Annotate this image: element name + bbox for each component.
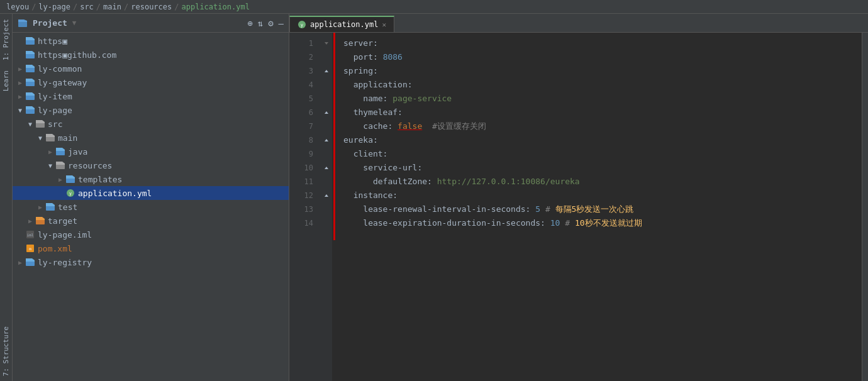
arrow-iml: [15, 229, 25, 240]
code-line-6: thymeleaf:: [338, 106, 862, 119]
folder-icon-ly-item: [25, 91, 35, 101]
code-key: name:: [343, 92, 392, 106]
tree-item-ly-page[interactable]: ▼ ly-page: [13, 103, 289, 117]
code-key: application:: [343, 78, 413, 92]
line-num-4: 4: [289, 78, 321, 92]
arrow-https2: [15, 50, 25, 60]
line-num-8: 8: [289, 133, 321, 147]
tab-yml-icon: y: [298, 20, 306, 29]
arrow-ly-common: ▶: [15, 64, 25, 74]
arrow-ly-gateway: ▶: [15, 77, 25, 87]
tree-item-ly-gateway[interactable]: ▶ ly-gateway: [13, 75, 289, 89]
breadcrumb-sep: /: [31, 3, 36, 11]
fold-6[interactable]: [321, 106, 332, 119]
folder-icon: [18, 18, 28, 28]
tree-label-ly-gateway: ly-gateway: [38, 78, 87, 87]
breadcrumb-item[interactable]: resources: [131, 3, 172, 11]
line-num-2: 2: [289, 50, 321, 64]
tree-item-java[interactable]: ▶ java: [13, 145, 289, 158]
code-area[interactable]: server: port: 8086 spring: application:: [332, 33, 862, 381]
arrow-java: ▶: [45, 146, 55, 157]
code-line-10: service-url:: [338, 161, 862, 175]
tab-close-button[interactable]: ✕: [382, 21, 386, 29]
fold-8[interactable]: [321, 133, 332, 147]
breadcrumb-item[interactable]: src: [80, 3, 94, 11]
tree-item-application-yml[interactable]: y application.yml: [13, 186, 289, 200]
arrow-application-yml: [55, 188, 65, 198]
arrow-https1: [15, 36, 25, 46]
svg-text:y: y: [69, 191, 72, 196]
editor-content: 1 2 3 4 5 6 7 8 9 10 11 12 13 14: [289, 33, 868, 381]
tree-item-resources[interactable]: ▼ resources: [13, 158, 289, 172]
panel-icon-gear[interactable]: ⚙: [268, 18, 273, 28]
tree-item-main[interactable]: ▼ main: [13, 131, 289, 145]
tree-item-ly-item[interactable]: ▶ ly-item: [13, 89, 289, 103]
line-num-6: 6: [289, 106, 321, 119]
tree-item-ly-registry[interactable]: ▶ ly-registry: [13, 255, 289, 269]
fold-7: [321, 119, 332, 133]
tree-label-target: target: [48, 216, 77, 226]
code-comment: #: [540, 202, 555, 216]
editor-scrollbar[interactable]: [862, 33, 868, 381]
tree-label-src: src: [48, 119, 62, 129]
sidebar-tab-project[interactable]: 1: Project: [0, 14, 12, 65]
svg-marker-25: [325, 111, 328, 114]
fold-9: [321, 147, 332, 161]
svg-marker-24: [325, 70, 328, 72]
svg-marker-27: [325, 167, 328, 169]
folder-icon-src: [35, 119, 45, 129]
tree-label-https2: https▣github.com: [38, 50, 116, 60]
panel-icon-minimize[interactable]: —: [279, 18, 284, 28]
code-val: 8086: [383, 50, 403, 64]
tree-item-target[interactable]: ▶ target: [13, 214, 289, 228]
fold-3[interactable]: [321, 64, 332, 78]
arrow-main: ▼: [35, 133, 45, 143]
code-line-1: server:: [338, 36, 862, 50]
sidebar-tab-structure[interactable]: 7: Structure: [0, 321, 12, 381]
tree-item-https1[interactable]: https▣: [13, 34, 289, 48]
tree-item-templates[interactable]: ▶ templates: [13, 172, 289, 186]
tree-item-ly-common[interactable]: ▶ ly-common: [13, 62, 289, 75]
code-key: client:: [343, 147, 387, 161]
code-val-bool: false: [398, 119, 422, 133]
code-line-12: instance:: [338, 189, 862, 202]
folder-icon-ly-gateway: [25, 77, 35, 87]
tree-label-application-yml: application.yml: [78, 189, 152, 198]
tree-item-https2[interactable]: https▣github.com: [13, 48, 289, 62]
breadcrumb-item[interactable]: leyou: [6, 3, 29, 11]
tab-application-yml[interactable]: y application.yml ✕: [289, 16, 394, 32]
project-title: Project: [33, 18, 67, 28]
tree-item-pom-xml[interactable]: m pom.xml: [13, 241, 289, 255]
tree-label-pom: pom.xml: [38, 244, 72, 253]
line-num-9: 9: [289, 147, 321, 161]
code-comment-highlight: 每隔5秒发送一次心跳: [555, 202, 634, 216]
breadcrumb-item[interactable]: ly-page: [38, 3, 70, 11]
folder-icon-resources: [55, 160, 65, 170]
panel-icon-sort[interactable]: ⇅: [258, 18, 263, 28]
tree-item-ly-page-iml[interactable]: iml ly-page.iml: [13, 228, 289, 241]
breadcrumb-sep: /: [124, 3, 128, 11]
code-key: server:: [343, 36, 378, 50]
breadcrumb-item[interactable]: main: [103, 3, 121, 11]
tree-label-ly-registry: ly-registry: [38, 258, 92, 267]
tree-item-test[interactable]: ▶ test: [13, 200, 289, 214]
tree-item-src[interactable]: ▼ src: [13, 117, 289, 131]
code-val: http://127.0.0.1:10086/eureka: [437, 175, 580, 189]
fold-2: [321, 50, 332, 64]
code-comment: #设置缓存关闭: [422, 119, 486, 133]
fold-10[interactable]: [321, 161, 332, 175]
fold-1[interactable]: [321, 36, 332, 50]
tree-label-https1: https▣: [38, 36, 67, 46]
project-panel: Project ▼ ⊕ ⇅ ⚙ — https▣: [13, 14, 289, 381]
sidebar-tab-learn[interactable]: Learn: [0, 65, 12, 96]
panel-icon-add[interactable]: ⊕: [247, 18, 252, 28]
code-line-5: name: page-service: [338, 92, 862, 106]
breadcrumb: leyou / ly-page / src / main / resources…: [0, 0, 868, 14]
code-val: page-service: [392, 92, 452, 106]
folder-icon-templates: [65, 174, 75, 184]
fold-12[interactable]: [321, 189, 332, 202]
code-line-4: application:: [338, 78, 862, 92]
folder-icon-ly-common: [25, 64, 35, 74]
fold-13: [321, 202, 332, 216]
code-key: lease-renewal-interval-in-seconds:: [343, 202, 535, 216]
